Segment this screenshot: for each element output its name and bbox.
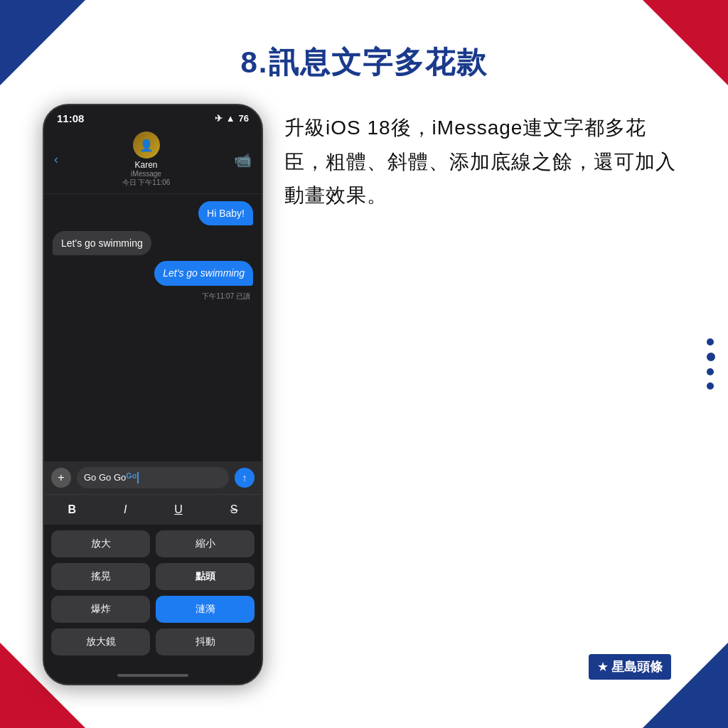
- effect-nod[interactable]: 點頭: [156, 563, 255, 590]
- message-input[interactable]: Go Go Go Go: [77, 467, 229, 488]
- effect-row-1: 放大 縮小: [51, 530, 255, 557]
- dot-2: [707, 353, 715, 361]
- plus-icon: +: [58, 471, 64, 484]
- wifi-icon: ▲: [226, 113, 235, 124]
- dot-1: [707, 338, 714, 346]
- bubble-text-3: Let's go swimming: [163, 267, 245, 279]
- logo-text: 星島頭條: [611, 658, 663, 675]
- description-text: 升級iOS 18後，iMessage連文字都多花臣，粗體、斜體、添加底線之餘，還…: [284, 111, 685, 213]
- effect-jitter-label: 抖動: [196, 636, 215, 647]
- effect-explode[interactable]: 爆炸: [51, 596, 150, 623]
- video-call-icon[interactable]: 📹: [234, 151, 252, 168]
- imessage-label: iMessage: [131, 170, 161, 178]
- bubble-incoming-1: Let's go swimming: [53, 231, 151, 255]
- input-text: Go Go Go: [84, 472, 126, 483]
- underline-button[interactable]: U: [167, 500, 190, 519]
- effect-explode-label: 爆炸: [91, 603, 111, 614]
- effect-jitter[interactable]: 抖動: [156, 628, 255, 655]
- page-title: 8.訊息文字多花款: [43, 43, 685, 82]
- description-area: 升級iOS 18後，iMessage連文字都多花臣，粗體、斜體、添加底線之餘，還…: [284, 104, 685, 685]
- effect-ripple-label: 漣漪: [196, 603, 215, 614]
- strikethrough-button[interactable]: S: [223, 500, 245, 519]
- effect-shrink-label: 縮小: [196, 537, 215, 549]
- date-label: 今日 下午11:06: [122, 178, 171, 188]
- send-button[interactable]: ↑: [235, 468, 255, 488]
- battery-icon: 76: [239, 113, 249, 124]
- bubble-outgoing-1: Hi Baby!: [198, 201, 253, 225]
- home-indicator: [44, 670, 262, 684]
- effects-grid: 放大 縮小 搖晃 點頭 爆炸: [44, 525, 262, 670]
- back-button[interactable]: ‹: [54, 152, 58, 167]
- effect-enlarge-label: 放大: [91, 537, 111, 549]
- effect-shrink[interactable]: 縮小: [156, 530, 255, 557]
- text-cursor: [137, 472, 139, 483]
- bold-button[interactable]: B: [60, 500, 83, 519]
- status-icons: ✈ ▲ 76: [215, 113, 249, 124]
- effect-row-3: 爆炸 漣漪: [51, 596, 255, 623]
- effect-row-2: 搖晃 點頭: [51, 563, 255, 590]
- effect-row-4: 放大鏡 抖動: [51, 628, 255, 655]
- phone-mockup: 11:08 ✈ ▲ 76 ‹ 👤 Karen iMessage 今日 下午11:…: [43, 104, 263, 685]
- effect-enlarge[interactable]: 放大: [51, 530, 150, 557]
- effect-magnify[interactable]: 放大鏡: [51, 628, 150, 655]
- avatar-image: 👤: [133, 132, 160, 159]
- dot-4: [707, 382, 714, 390]
- effect-ripple[interactable]: 漣漪: [156, 596, 255, 623]
- side-dots: [707, 338, 715, 390]
- avatar[interactable]: 👤: [133, 132, 160, 159]
- main-container: 8.訊息文字多花款 11:08 ✈ ▲ 76 ‹ 👤 K: [43, 43, 685, 685]
- go-superscript: Go: [126, 471, 136, 484]
- bubble-text-2: Let's go swimming: [61, 237, 143, 249]
- read-status: 下午11:07 已讀: [53, 291, 253, 301]
- input-area: + Go Go Go Go ↑: [44, 461, 262, 494]
- contact-info: 👤 Karen iMessage 今日 下午11:06: [122, 132, 171, 188]
- logo: ★ 星島頭條: [589, 654, 671, 680]
- format-toolbar: B I U S: [44, 494, 262, 525]
- airplane-icon: ✈: [215, 113, 223, 124]
- nav-bar: ‹ 👤 Karen iMessage 今日 下午11:06 📹: [44, 127, 262, 194]
- effect-shake[interactable]: 搖晃: [51, 563, 150, 590]
- message-row-3: Let's go swimming: [53, 261, 253, 285]
- dot-3: [707, 368, 714, 375]
- status-time: 11:08: [57, 112, 84, 124]
- effect-shake-label: 搖晃: [91, 570, 111, 582]
- logo-star-icon: ★: [597, 659, 609, 675]
- status-bar: 11:08 ✈ ▲ 76: [44, 105, 262, 127]
- send-icon: ↑: [242, 472, 247, 483]
- bubble-text-1: Hi Baby!: [207, 208, 245, 219]
- message-row-2: Let's go swimming: [53, 231, 253, 255]
- italic-button[interactable]: I: [117, 500, 134, 519]
- bubble-outgoing-2: Let's go swimming: [154, 261, 253, 285]
- contact-name: Karen: [134, 160, 157, 170]
- home-bar: [117, 674, 188, 677]
- effect-nod-label: 點頭: [196, 570, 215, 582]
- content-row: 11:08 ✈ ▲ 76 ‹ 👤 Karen iMessage 今日 下午11:…: [43, 104, 685, 685]
- plus-button[interactable]: +: [51, 468, 71, 488]
- effect-magnify-label: 放大鏡: [86, 636, 116, 647]
- message-row-1: Hi Baby!: [53, 201, 253, 225]
- messages-area: Hi Baby! Let's go swimming Let's go swim…: [44, 194, 262, 461]
